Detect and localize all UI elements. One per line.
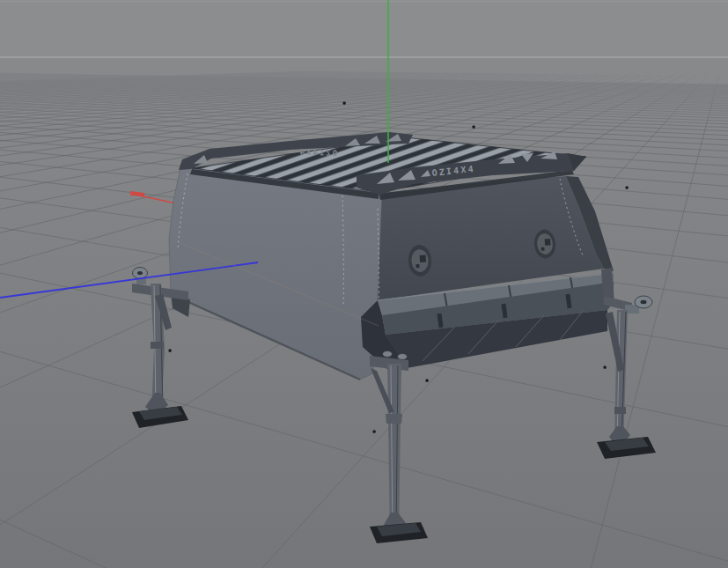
scene-dot [426,380,429,382]
scene-dot [169,350,172,352]
scene-dot [604,366,607,369]
grid-distance-fade [0,57,728,132]
right-crank-hub [641,300,647,304]
scene-dot [373,431,376,433]
right-leg-collar [614,407,626,414]
sky [0,0,728,58]
rack-brand-text-mirrored: OZI4X4 [298,147,337,158]
left-crank-hub [137,271,143,275]
left-leg-collar [151,342,164,349]
scene-dot [343,102,346,105]
scene-dot [473,126,475,129]
viewport-canvas[interactable]: OZI4X4 OZI4X4 [0,0,728,568]
middle-bolt-2 [398,354,408,360]
3d-viewport[interactable]: OZI4X4 OZI4X4 [0,0,728,568]
middle-leg-joint [386,414,402,424]
scene-dot [626,187,629,189]
middle-bolt-1 [383,351,393,358]
